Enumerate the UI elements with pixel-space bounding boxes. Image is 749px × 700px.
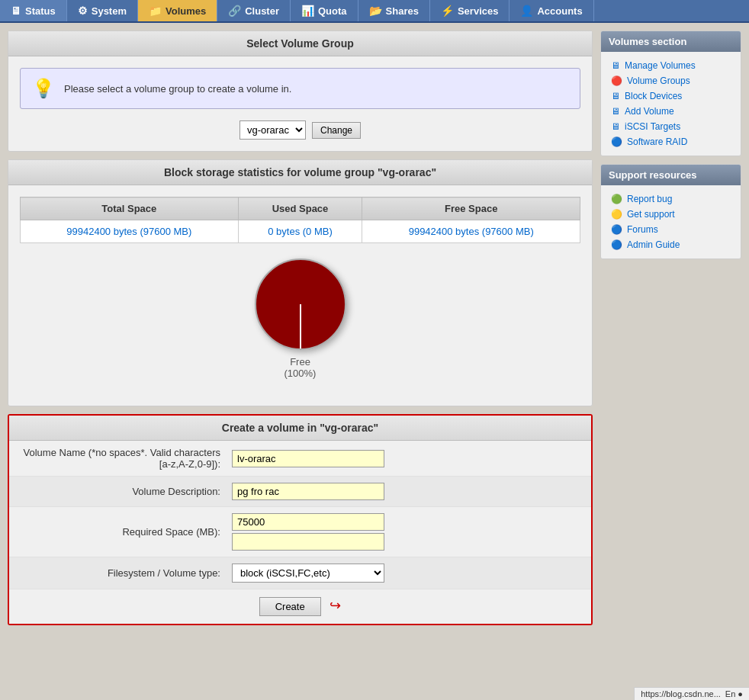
pie-line <box>300 304 301 348</box>
nav-system[interactable]: ⚙ System <box>67 0 138 21</box>
nav-volumes[interactable]: 📁 Volumes <box>138 0 217 21</box>
arrow-icon: ↪ <box>329 598 341 613</box>
select-vg-panel: Select Volume Group 💡 Please select a vo… <box>8 31 593 152</box>
stats-title: Block storage statistics for volume grou… <box>8 160 592 185</box>
col-used-space: Used Space <box>238 197 362 220</box>
create-button[interactable]: Create <box>259 597 321 616</box>
nav-bar: 🖥 Status ⚙ System 📁 Volumes 🔗 Cluster 📊 … <box>0 0 749 23</box>
block-devices-icon: 🖥 <box>611 91 620 101</box>
sidebar-support-body: 🟢 Report bug 🟡 Get support 🔵 Forums 🔵 Ad… <box>601 185 741 258</box>
shares-icon: 📂 <box>369 5 382 17</box>
volume-name-input[interactable] <box>232 450 384 467</box>
sidebar-volumes-title: Volumes section <box>601 31 741 52</box>
stats-panel: Block storage statistics for volume grou… <box>8 159 593 406</box>
info-text: Please select a volume group to create a… <box>64 83 291 95</box>
vg-dropdown[interactable]: vg-orarac <box>239 120 306 140</box>
create-volume-panel: Create a volume in "vg-orarac" Volume Na… <box>8 414 593 625</box>
vg-select-row: vg-orarac Change <box>20 120 580 140</box>
create-form-body: Volume Name (*no spaces*. Valid characte… <box>9 441 591 624</box>
filesystem-type-select[interactable]: block (iSCSI,FC,etc) ext3 ext4 xfs <box>232 564 384 583</box>
iscsi-icon: 🖥 <box>611 121 620 132</box>
manage-volumes-icon: 🖥 <box>611 60 620 71</box>
status-icon: 🖥 <box>11 5 21 17</box>
stats-table: Total Space Used Space Free Space 999424… <box>20 197 580 243</box>
change-button[interactable]: Change <box>312 122 361 139</box>
sidebar: Volumes section 🖥 Manage Volumes 🔴 Volum… <box>600 31 741 625</box>
nav-status[interactable]: 🖥 Status <box>0 0 67 21</box>
create-volume-title: Create a volume in "vg-orarac" <box>9 416 591 441</box>
report-bug-link[interactable]: 🟢 Report bug <box>605 191 737 207</box>
content-area: Select Volume Group 💡 Please select a vo… <box>8 31 593 625</box>
quota-icon: 📊 <box>301 5 314 17</box>
report-bug-icon: 🟢 <box>611 194 622 204</box>
software-raid-icon: 🔵 <box>611 136 622 147</box>
get-support-link[interactable]: 🟡 Get support <box>605 207 737 222</box>
nav-quota[interactable]: 📊 Quota <box>291 0 358 21</box>
chart-area: Free (100%) <box>20 243 580 394</box>
forums-link[interactable]: 🔵 Forums <box>605 222 737 237</box>
volumes-icon: 📁 <box>149 5 162 17</box>
volume-name-input-wrapper <box>232 450 582 467</box>
chart-label: Free (100%) <box>284 356 317 379</box>
get-support-icon: 🟡 <box>611 209 622 220</box>
admin-guide-icon: 🔵 <box>611 239 622 250</box>
admin-guide-link[interactable]: 🔵 Admin Guide <box>605 237 737 252</box>
nav-accounts[interactable]: 👤 Accounts <box>510 0 593 21</box>
services-icon: ⚡ <box>441 5 454 17</box>
software-raid-link[interactable]: 🔵 Software RAID <box>605 134 737 149</box>
volume-groups-icon: 🔴 <box>611 75 622 86</box>
form-row-name: Volume Name (*no spaces*. Valid characte… <box>9 441 591 477</box>
filesystem-type-label: Filesystem / Volume type: <box>18 567 232 579</box>
select-vg-title: Select Volume Group <box>8 31 592 56</box>
manage-volumes-link[interactable]: 🖥 Manage Volumes <box>605 58 737 73</box>
system-icon: ⚙ <box>78 5 88 17</box>
volume-name-label: Volume Name (*no spaces*. Valid characte… <box>18 447 232 470</box>
sidebar-support-title: Support resources <box>601 165 741 185</box>
volume-groups-link[interactable]: 🔴 Volume Groups <box>605 73 737 88</box>
col-total-space: Total Space <box>21 197 239 220</box>
main-container: Select Volume Group 💡 Please select a vo… <box>0 23 749 633</box>
accounts-icon: 👤 <box>520 5 533 17</box>
filesystem-type-select-wrapper: block (iSCSI,FC,etc) ext3 ext4 xfs <box>232 564 582 583</box>
required-space-input[interactable] <box>232 513 384 531</box>
free-space-value: 99942400 bytes (97600 MB) <box>362 220 580 243</box>
stats-body: Total Space Used Space Free Space 999424… <box>8 185 592 406</box>
total-space-value: 99942400 bytes (97600 MB) <box>21 220 239 243</box>
pie-chart <box>255 258 346 350</box>
iscsi-targets-link[interactable]: 🖥 iSCSI Targets <box>605 119 737 134</box>
form-row-filesystem: Filesystem / Volume type: block (iSCSI,F… <box>9 557 591 589</box>
table-row: 99942400 bytes (97600 MB) 0 bytes (0 MB)… <box>21 220 580 243</box>
forums-icon: 🔵 <box>611 224 622 235</box>
volume-description-label: Volume Description: <box>18 486 232 497</box>
add-volume-icon: 🖥 <box>611 106 620 117</box>
info-lightbulb-icon: 💡 <box>32 78 55 99</box>
sidebar-volumes-body: 🖥 Manage Volumes 🔴 Volume Groups 🖥 Block… <box>601 52 741 156</box>
required-space-input-2[interactable] <box>232 533 384 551</box>
volume-description-input[interactable] <box>232 483 384 500</box>
nav-services[interactable]: ⚡ Services <box>430 0 510 21</box>
nav-cluster[interactable]: 🔗 Cluster <box>217 0 291 21</box>
info-box: 💡 Please select a volume group to create… <box>20 68 580 109</box>
sidebar-support-panel: Support resources 🟢 Report bug 🟡 Get sup… <box>600 164 741 259</box>
required-space-input-wrapper <box>232 513 582 551</box>
required-space-label: Required Space (MB): <box>18 526 232 538</box>
sidebar-volumes-panel: Volumes section 🖥 Manage Volumes 🔴 Volum… <box>600 31 741 156</box>
col-free-space: Free Space <box>362 197 580 220</box>
select-vg-body: 💡 Please select a volume group to create… <box>8 56 592 151</box>
volume-description-input-wrapper <box>232 483 582 500</box>
form-row-space: Required Space (MB): <box>9 507 591 557</box>
add-volume-link[interactable]: 🖥 Add Volume <box>605 104 737 119</box>
cluster-icon: 🔗 <box>228 5 241 17</box>
form-submit-row: Create ↪ <box>9 589 591 624</box>
form-row-description: Volume Description: <box>9 477 591 507</box>
nav-shares[interactable]: 📂 Shares <box>358 0 430 21</box>
used-space-value: 0 bytes (0 MB) <box>238 220 362 243</box>
block-devices-link[interactable]: 🖥 Block Devices <box>605 88 737 104</box>
